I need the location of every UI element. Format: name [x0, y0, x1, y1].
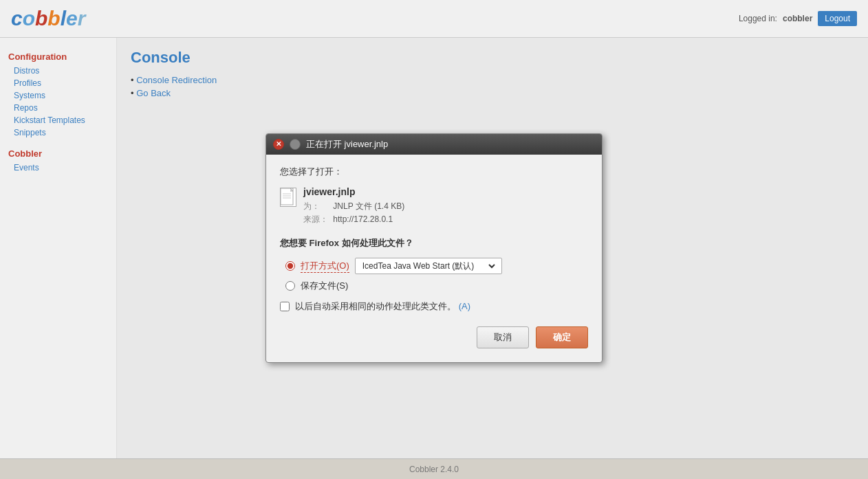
file-open-dialog: ✕ 正在打开 jviewer.jnlp 您选择了打开：	[265, 133, 603, 363]
username: cobbler	[783, 14, 812, 23]
file-source-label: 来源：	[303, 213, 331, 226]
file-type-label: 为：	[303, 200, 331, 213]
console-list-item-goback: Go Back	[131, 88, 854, 98]
dialog-subtitle: 您选择了打开：	[280, 166, 588, 178]
sidebar-item-kickstart-templates[interactable]: Kickstart Templates	[8, 114, 108, 126]
auto-action-row: 以后自动采用相同的动作处理此类文件。 (A)	[280, 300, 588, 313]
radio-group: 打开方式(O) IcedTea Java Web Start (默认) 保存文件…	[285, 258, 588, 292]
sidebar-item-repos[interactable]: Repos	[8, 102, 108, 114]
open-with-select[interactable]: IcedTea Java Web Start (默认)	[360, 260, 497, 271]
sidebar-item-systems[interactable]: Systems	[8, 89, 108, 102]
cobbler-section-title: Cobbler	[8, 148, 108, 159]
dialog-close-button[interactable]: ✕	[273, 139, 284, 150]
file-meta: 为： JNLP 文件 (1.4 KB) 来源： http://172.28.0.…	[303, 200, 588, 226]
file-icon	[280, 188, 296, 207]
dialog-titlebar: ✕ 正在打开 jviewer.jnlp	[266, 134, 602, 155]
open-with-label[interactable]: 打开方式(O)	[301, 260, 349, 273]
console-redirection-link[interactable]: Console Redirection	[136, 75, 217, 85]
file-type-value: JNLP 文件 (1.4 KB)	[333, 201, 404, 211]
auto-action-checkbox[interactable]	[280, 302, 290, 311]
save-file-radio[interactable]	[285, 281, 295, 291]
dialog-body: 您选择了打开： jviewer.jnlp 为： JN	[266, 155, 602, 362]
dialog-question: 您想要 Firefox 如何处理此文件？	[280, 237, 588, 249]
open-with-row: 打开方式(O) IcedTea Java Web Start (默认)	[285, 258, 588, 274]
sidebar: Configuration Distros Profiles Systems R…	[0, 38, 117, 458]
logo-text: cobbler	[11, 7, 85, 30]
dialog-title: 正在打开 jviewer.jnlp	[306, 138, 388, 151]
configuration-section-title: Configuration	[8, 52, 108, 62]
save-file-row: 保存文件(S)	[285, 280, 588, 292]
open-with-radio[interactable]	[285, 261, 295, 271]
dialog-minimize-button[interactable]	[290, 139, 301, 150]
top-right-area: Logged in: cobbler Logout	[739, 11, 857, 26]
file-info: jviewer.jnlp 为： JNLP 文件 (1.4 KB) 来源： htt…	[280, 186, 588, 226]
open-with-select-box[interactable]: IcedTea Java Web Start (默认)	[355, 258, 502, 274]
ok-button[interactable]: 确定	[536, 326, 588, 348]
file-source-value: http://172.28.0.1	[333, 214, 393, 224]
version-text: Cobbler 2.4.0	[409, 465, 459, 474]
sidebar-item-distros[interactable]: Distros	[8, 65, 108, 77]
auto-action-link[interactable]: (A)	[459, 301, 470, 311]
sidebar-item-events[interactable]: Events	[8, 161, 108, 174]
sidebar-item-profiles[interactable]: Profiles	[8, 77, 108, 89]
logout-button[interactable]: Logout	[818, 11, 857, 26]
sidebar-item-snippets[interactable]: Snippets	[8, 126, 108, 139]
save-file-label[interactable]: 保存文件(S)	[301, 280, 348, 292]
console-links: Console Redirection Go Back	[131, 75, 854, 98]
file-name: jviewer.jnlp	[303, 186, 588, 197]
logo: cobbler	[11, 7, 85, 30]
auto-action-label: 以后自动采用相同的动作处理此类文件。 (A)	[295, 300, 470, 313]
console-title: Console	[131, 49, 854, 67]
console-list-item-redirection: Console Redirection	[131, 75, 854, 85]
top-bar: cobbler Logged in: cobbler Logout	[0, 0, 868, 38]
page-footer: Cobbler 2.4.0	[0, 458, 868, 479]
go-back-link[interactable]: Go Back	[136, 88, 171, 98]
file-details: jviewer.jnlp 为： JNLP 文件 (1.4 KB) 来源： htt…	[303, 186, 588, 226]
logged-in-label: Logged in:	[739, 14, 777, 23]
cancel-button[interactable]: 取消	[477, 326, 529, 348]
dialog-footer: 取消 确定	[280, 326, 588, 348]
